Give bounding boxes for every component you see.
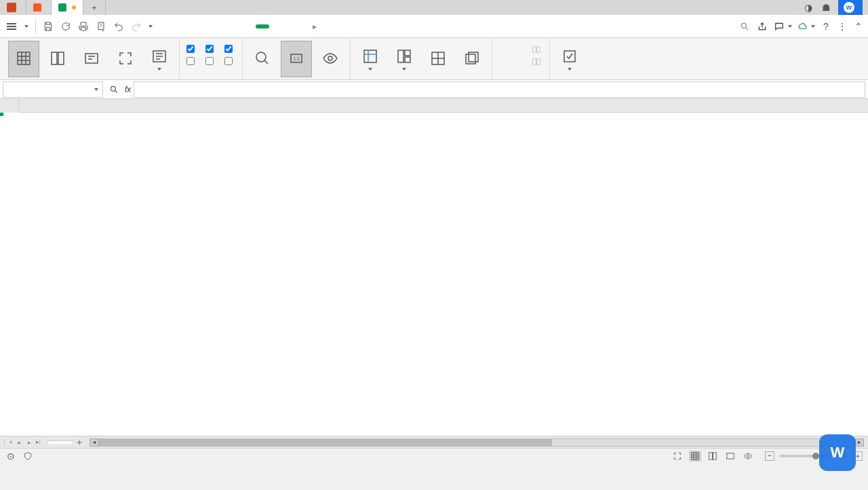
eye-view-toggle[interactable] (742, 451, 754, 461)
view-normal-button[interactable] (8, 41, 39, 77)
more-icon[interactable]: ⋮ (837, 21, 848, 32)
tab-overflow-arrow[interactable]: ▸ (310, 18, 319, 35)
collapse-ribbon-icon[interactable]: ⌃ (853, 21, 864, 32)
check-editbar[interactable] (186, 45, 197, 53)
view-fullscreen-button[interactable] (110, 41, 141, 77)
tab-view[interactable] (256, 24, 269, 29)
read-view-toggle[interactable] (724, 451, 736, 461)
help-icon[interactable]: ? (821, 21, 831, 32)
zoom-icon (254, 50, 271, 67)
zoom-thumb[interactable] (812, 453, 819, 459)
eye-mode-button[interactable] (315, 41, 346, 77)
check-showgrid[interactable] (205, 45, 216, 53)
hamburger-button[interactable] (4, 22, 19, 31)
sheet-nav-first[interactable]: ⎸◂ (3, 438, 12, 447)
undo-button[interactable] (111, 20, 127, 33)
qat-dropdown[interactable] (146, 24, 155, 29)
share-button[interactable] (757, 22, 769, 31)
svg-point-0 (741, 23, 746, 28)
name-box[interactable] (3, 81, 103, 98)
checkbox[interactable] (186, 45, 195, 53)
zoom100-icon: 1:1 (288, 50, 305, 67)
checkbox[interactable] (205, 45, 214, 53)
check-taskpane[interactable] (186, 57, 197, 65)
wps-school-button[interactable]: W (838, 0, 863, 15)
svg-rect-1 (18, 52, 30, 64)
tab-data[interactable] (229, 22, 242, 31)
normal-view-toggle[interactable] (689, 451, 701, 461)
split-window-button[interactable] (422, 41, 454, 77)
chevron-down-icon (149, 25, 153, 28)
tab-formula[interactable] (215, 22, 229, 31)
app-tab-wps[interactable] (0, 0, 26, 15)
zoom-out-button[interactable]: − (765, 451, 774, 461)
checkbox[interactable] (186, 57, 195, 65)
tab-special[interactable] (296, 22, 310, 31)
print-preview-button[interactable] (93, 20, 109, 33)
new-tab-button[interactable]: ＋ (83, 0, 106, 15)
print-button[interactable] (75, 20, 92, 33)
sheet-nav-last[interactable]: ▸⎸ (35, 438, 45, 447)
tab-compare[interactable] (174, 22, 188, 31)
checkbox[interactable] (224, 57, 233, 65)
sync-button[interactable] (797, 22, 815, 31)
expand-namebox-button[interactable] (106, 81, 122, 98)
comment-button[interactable] (774, 22, 792, 31)
new-window-button[interactable] (456, 41, 488, 77)
freeze-pane-button[interactable] (355, 41, 386, 77)
zoom-ratio-button[interactable] (247, 41, 278, 77)
zoom-slider[interactable] (780, 455, 848, 457)
view-custom-button[interactable] (76, 41, 107, 77)
save-button[interactable] (40, 20, 56, 33)
redo-button[interactable] (128, 20, 144, 33)
tab-insert[interactable] (188, 22, 201, 31)
scroll-track[interactable] (99, 438, 854, 447)
refresh-button[interactable] (58, 20, 74, 33)
spreadsheet-grid[interactable] (0, 99, 868, 436)
sheet-tab[interactable] (47, 440, 73, 444)
svg-rect-15 (466, 54, 475, 64)
undo-icon (113, 21, 124, 32)
add-sheet-button[interactable]: ＋ (73, 437, 85, 448)
scroll-thumb[interactable] (100, 439, 552, 446)
app-tab-file[interactable] (52, 0, 83, 15)
tab-review[interactable] (242, 22, 256, 31)
excel-icon (58, 3, 66, 12)
check-printrowcol[interactable] (224, 57, 235, 65)
check-showrowcol[interactable] (224, 45, 235, 53)
file-menu-button[interactable] (20, 24, 31, 29)
pagebreak-view-toggle[interactable] (707, 451, 719, 461)
zoom-100-button[interactable]: 1:1 (281, 41, 312, 77)
scroll-right-button[interactable]: ▸ (854, 438, 864, 447)
view-pagepreview-button[interactable] (42, 41, 73, 77)
tab-start[interactable] (161, 22, 174, 31)
pin-icon[interactable]: ☗ (821, 2, 831, 13)
skin-icon[interactable]: ◑ (803, 2, 814, 13)
sheet-nav-prev[interactable]: ◂ (14, 438, 23, 447)
fullscreen-toggle[interactable] (671, 451, 684, 461)
command-search[interactable] (740, 22, 752, 31)
svg-point-6 (256, 52, 266, 62)
grid-icon (15, 50, 33, 67)
select-all-corner[interactable] (0, 99, 19, 113)
arrange-window-button[interactable] (389, 41, 420, 77)
doc-protect[interactable] (23, 451, 33, 460)
sheet-nav-next[interactable]: ▸ (24, 438, 34, 447)
column-headers (0, 99, 868, 113)
fx-label[interactable]: fx (122, 85, 134, 94)
view-readmode-button[interactable] (144, 41, 175, 77)
record-icon[interactable]: ⊙ (5, 451, 16, 461)
scroll-left-button[interactable]: ◂ (90, 438, 99, 447)
tab-devtools[interactable] (283, 22, 296, 31)
print-preview-icon (96, 21, 106, 32)
checkbox[interactable] (205, 57, 214, 65)
formula-input[interactable] (134, 81, 865, 98)
checkbox[interactable] (224, 45, 233, 53)
zoom-in-button[interactable]: ＋ (853, 451, 863, 461)
tab-pagelayout[interactable] (201, 22, 215, 31)
macro-button[interactable] (554, 41, 585, 77)
app-tab-shop[interactable] (26, 0, 52, 15)
tab-security[interactable] (269, 22, 283, 31)
horizontal-scrollbar[interactable]: ◂ ▸ (90, 438, 864, 447)
check-printgrid[interactable] (205, 57, 216, 65)
